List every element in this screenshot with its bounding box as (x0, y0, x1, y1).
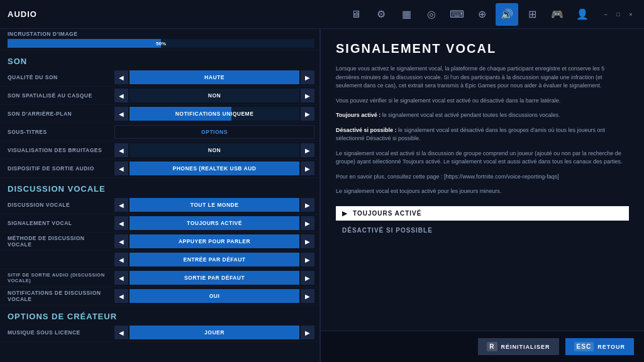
value-sortie-audio: SORTIE PAR DÉFAUT (130, 271, 299, 285)
monitor-icon[interactable]: 🖥 (345, 3, 367, 26)
arrow-right-musique[interactable]: ▶ (301, 326, 314, 339)
section-createur: OPTIONS DE CRÉATEUR (0, 305, 319, 324)
arrow-left-qualite[interactable]: ◀ (114, 70, 128, 84)
panel-text-2: Vous pouvez vérifier si le signalement v… (336, 97, 629, 106)
section-discussion: DISCUSSION VOCALE (0, 178, 319, 196)
panel-text-6: Pour en savoir plus, consultez cette pag… (336, 173, 629, 182)
value-qualite-son: HAUTE (130, 70, 299, 84)
option-toujours-active[interactable]: ▶ TOUJOURS ACTIVÉ (336, 206, 629, 221)
value-signalement: TOUJOURS ACTIVÉ (130, 216, 299, 230)
label-bruitages: VISUALISATION DES BRUITAGES (8, 147, 114, 153)
control-notif-vocal: ◀ OUI ▶ (114, 289, 314, 303)
setting-sortie-audio: SITIF DE SORTIE AUDIO (DISCUSSION VOCALE… (0, 269, 319, 287)
setting-qualite-son: QUALITÉ DU SON ◀ HAUTE ▶ (0, 69, 319, 87)
arrow-right-sortie[interactable]: ▶ (301, 271, 314, 285)
value-notif-vocal: OUI (130, 289, 299, 303)
options-sous-titres[interactable]: OPTIONS (114, 125, 314, 139)
control-dispositif: ◀ PHONES (REALTEK USB AUD ▶ (114, 162, 314, 175)
value-son-spatial: NON (130, 89, 299, 102)
arrow-right-arriere[interactable]: ▶ (301, 107, 314, 121)
arrow-left-entree[interactable]: ◀ (114, 253, 128, 266)
label-qualite-son: QUALITÉ DU SON (8, 74, 114, 80)
option-desactive-si-possible[interactable]: DÉSACTIVÉ SI POSSIBLE (336, 223, 629, 238)
arrow-right-dispositif[interactable]: ▶ (301, 162, 314, 175)
setting-son-arriere: SON D'ARRIÈRE-PLAN ◀ NOTIFICATIONS UNIQU… (0, 105, 319, 123)
back-button[interactable]: ESC RETOUR (565, 338, 634, 355)
option-toujours-label: TOUJOURS ACTIVÉ (353, 210, 421, 217)
setting-son-spatial: SON SPATIALISÉ AU CASQUE ◀ NON ▶ (0, 87, 319, 105)
keyboard-icon[interactable]: ⌨ (445, 3, 468, 26)
value-musique: JOUER (130, 326, 299, 339)
arrow-right-signalement[interactable]: ▶ (301, 216, 314, 230)
arrow-left-signalement[interactable]: ◀ (114, 216, 128, 230)
close-button[interactable]: × (625, 10, 636, 19)
label-son-spatial: SON SPATIALISÉ AU CASQUE (8, 92, 114, 99)
arrow-left-arriere[interactable]: ◀ (114, 107, 128, 121)
window-controls: − □ × (600, 10, 636, 19)
reset-label: RÉINITIALISER (501, 344, 550, 350)
control-musique: ◀ JOUER ▶ (114, 326, 314, 339)
incrustation-label: INCRUSTATION D'IMAGE (8, 31, 314, 37)
label-methode: MÉTHODE DE DISCUSSION VOCALE (8, 235, 114, 248)
arrow-left-methode[interactable]: ◀ (114, 234, 128, 248)
arrow-right-notif[interactable]: ▶ (301, 289, 314, 303)
panel-text-7: Le signalement vocal est toujours activé… (336, 187, 629, 196)
label-dispositif: DISPOSITIF DE SORTIE AUDIO (8, 165, 114, 172)
control-signalement: ◀ TOUJOURS ACTIVÉ ▶ (114, 216, 314, 230)
incrustation-value: 50% (8, 39, 314, 48)
arrow-right-methode[interactable]: ▶ (301, 234, 314, 248)
maximize-button[interactable]: □ (613, 10, 624, 19)
control-discussion-vocale: ◀ TOUT LE MONDE ▶ (114, 198, 314, 212)
radio-arrow-icon: ▶ (342, 210, 348, 217)
radio-group-vocal: ▶ TOUJOURS ACTIVÉ DÉSACTIVÉ SI POSSIBLE (336, 206, 629, 238)
control-bruitages: ◀ NON ▶ (114, 143, 314, 157)
setting-musique: MUSIQUE SOUS LICENCE ◀ JOUER ▶ (0, 324, 319, 342)
arrow-left-dispositif[interactable]: ◀ (114, 162, 128, 175)
reset-button[interactable]: R RÉINITIALISER (478, 338, 558, 355)
gamepad2-icon[interactable]: ⊕ (470, 3, 493, 26)
control-sortie-audio: ◀ SORTIE PAR DÉFAUT ▶ (114, 271, 314, 285)
arrow-right-entree[interactable]: ▶ (301, 253, 314, 266)
label-sortie-audio: SITIF DE SORTIE AUDIO (DISCUSSION VOCALE… (8, 272, 114, 283)
arrow-right-spatial[interactable]: ▶ (301, 89, 314, 102)
section-son: SON (0, 50, 319, 69)
value-dispositif: PHONES (REALTEK USB AUD (130, 162, 299, 175)
label-discussion-vocale: DISCUSSION VOCALE (8, 202, 114, 208)
panel-text-3: Toujours activé : le signalement vocal e… (336, 111, 629, 120)
arrow-left-spatial[interactable]: ◀ (114, 89, 128, 102)
right-panel: SIGNALEMENT VOCAL Lorsque vous activez l… (321, 29, 644, 362)
audio-icon[interactable]: 🔊 (496, 3, 518, 26)
setting-bruitages: VISUALISATION DES BRUITAGES ◀ NON ▶ (0, 141, 319, 160)
value-bruitages: NON (130, 143, 299, 157)
arrow-left-notif[interactable]: ◀ (114, 289, 128, 303)
incrustation-bar: 50% (8, 39, 314, 48)
controller-icon[interactable]: 🎮 (546, 3, 569, 26)
panel-text-5: Le signalement vocal est activé si la di… (336, 150, 629, 167)
arrow-right-qualite[interactable]: ▶ (301, 70, 314, 84)
arrow-left-bruitages[interactable]: ◀ (114, 143, 128, 157)
label-sous-titres: SOUS-TITRES (8, 129, 114, 135)
left-panel: INCRUSTATION D'IMAGE 50% SON QUALITÉ DU … (0, 29, 321, 362)
value-entree: ENTRÉE PAR DÉFAUT (130, 253, 299, 266)
setting-signalement: SIGNALEMENT VOCAL ◀ TOUJOURS ACTIVÉ ▶ (0, 214, 319, 233)
setting-entree: ◀ ENTRÉE PAR DÉFAUT ▶ (0, 251, 319, 269)
setting-methode: MÉTHODE DE DISCUSSION VOCALE ◀ APPUYER P… (0, 233, 319, 251)
controller2-icon[interactable]: ◎ (420, 3, 443, 26)
option-desactive-label: DÉSACTIVÉ SI POSSIBLE (342, 227, 433, 234)
value-methode: APPUYER POUR PARLER (130, 234, 299, 248)
arrow-left-sortie[interactable]: ◀ (114, 271, 128, 285)
arrow-right-discussion[interactable]: ▶ (301, 198, 314, 212)
arrow-left-discussion[interactable]: ◀ (114, 198, 128, 212)
user-icon[interactable]: 👤 (571, 3, 594, 26)
display-icon[interactable]: ▦ (395, 3, 418, 26)
arrow-left-musique[interactable]: ◀ (114, 326, 128, 339)
panel-text-4: Désactivé si possible : le signalement v… (336, 126, 629, 143)
value-discussion-vocale: TOUT LE MONDE (130, 198, 299, 212)
minimize-button[interactable]: − (600, 10, 611, 19)
control-son-arriere: ◀ NOTIFICATIONS UNIQUEME ▶ (114, 107, 314, 121)
arrow-right-bruitages[interactable]: ▶ (301, 143, 314, 157)
nav-icons: 🖥 ⚙ ▦ ◎ ⌨ ⊕ 🔊 ⊞ 🎮 👤 (345, 3, 594, 26)
setting-discussion-vocale: DISCUSSION VOCALE ◀ TOUT LE MONDE ▶ (0, 196, 319, 214)
network-icon[interactable]: ⊞ (521, 3, 543, 26)
gear-icon[interactable]: ⚙ (370, 3, 392, 26)
